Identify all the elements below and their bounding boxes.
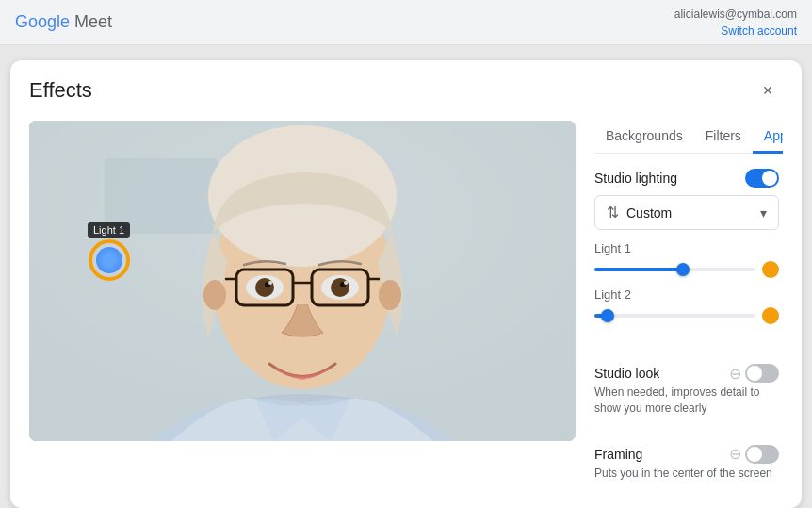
svg-point-15	[255, 278, 274, 297]
tab-appearance[interactable]: Appearance	[753, 121, 783, 154]
topbar: Google Meet alicialewis@cymbal.com Switc…	[0, 0, 812, 45]
light1-section: Light 1	[594, 241, 779, 278]
effects-dialog: Effects ×	[10, 60, 802, 508]
svg-point-17	[268, 281, 272, 285]
dialog-title: Effects	[29, 78, 92, 103]
light1-label: Light 1	[594, 241, 779, 255]
framing-section: Framing ⊖ Puts you in the center of the …	[594, 445, 779, 482]
light2-section: Light 2	[594, 287, 779, 324]
studio-lighting-toggle[interactable]: ✓	[745, 169, 779, 188]
light2-row	[594, 307, 779, 324]
svg-point-8	[379, 280, 401, 310]
close-icon: ×	[763, 81, 773, 101]
studio-look-header: Studio look ⊖	[594, 364, 779, 383]
light-indicator-label: Light 1	[88, 222, 130, 238]
light1-row	[594, 261, 779, 278]
video-preview: Light 1	[29, 121, 576, 441]
app-logo: Google Meet	[15, 12, 112, 32]
adjust-icon: ⇅	[607, 204, 619, 221]
right-panel: Backgrounds Filters Appearance Studio li…	[594, 121, 783, 493]
studio-look-label: Studio look	[594, 366, 659, 381]
studio-look-section: Studio look ⊖ When needed, improves deta…	[594, 364, 779, 417]
studio-look-description: When needed, improves detail to show you…	[594, 385, 779, 417]
tabs-container: Backgrounds Filters Appearance	[594, 121, 779, 154]
close-button[interactable]: ×	[753, 75, 783, 106]
light2-thumb[interactable]	[601, 309, 614, 322]
light2-color[interactable]	[762, 307, 779, 324]
svg-point-21	[344, 281, 348, 285]
framing-toggle[interactable]	[745, 445, 779, 464]
svg-point-7	[203, 280, 226, 310]
framing-header: Framing ⊖	[594, 445, 779, 464]
toggle-checkmark: ✓	[768, 172, 775, 183]
light1-fill	[594, 268, 683, 271]
light-circle	[89, 239, 130, 281]
tab-backgrounds[interactable]: Backgrounds	[594, 121, 694, 154]
preset-dropdown[interactable]: ⇅ Custom ▾	[594, 195, 779, 230]
account-info: alicialewis@cymbal.com Switch account	[674, 6, 797, 40]
light1-color[interactable]	[762, 261, 779, 278]
light1-track[interactable]	[594, 268, 755, 271]
preset-value: Custom	[626, 205, 672, 221]
framing-label: Framing	[594, 447, 642, 462]
dropdown-arrow-icon: ▾	[760, 205, 767, 221]
light2-track[interactable]	[594, 314, 755, 318]
dropdown-left: ⇅ Custom	[607, 204, 672, 221]
studio-lighting-row: Studio lighting ✓	[594, 169, 779, 188]
svg-point-19	[331, 278, 349, 297]
dialog-header: Effects ×	[10, 60, 802, 113]
switch-account-link[interactable]: Switch account	[674, 23, 797, 40]
studio-look-toggle[interactable]	[745, 364, 779, 383]
tab-filters[interactable]: Filters	[694, 121, 753, 154]
framing-minus-icon: ⊖	[729, 445, 741, 463]
account-email: alicialewis@cymbal.com	[674, 8, 797, 21]
light-indicator: Light 1	[88, 222, 130, 281]
studio-look-minus-icon: ⊖	[729, 365, 741, 383]
dialog-content: Light 1 Backgrounds Filters Appearance S…	[10, 113, 802, 508]
framing-description: Puts you in the center of the screen	[594, 466, 779, 482]
light-inner	[96, 247, 122, 273]
light2-label: Light 2	[594, 287, 779, 302]
studio-lighting-label: Studio lighting	[594, 171, 677, 186]
studio-lighting-section: Studio lighting ✓ ⇅ Custom ▾	[594, 169, 779, 334]
person-svg	[29, 121, 576, 441]
light1-thumb[interactable]	[676, 263, 690, 276]
